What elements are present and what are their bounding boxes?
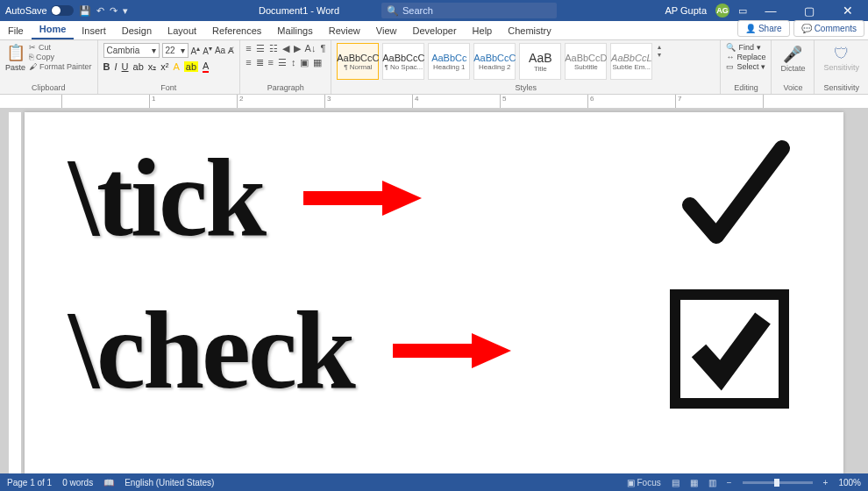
dictate-button[interactable]: 🎤Dictate bbox=[777, 43, 808, 75]
change-case-button[interactable]: Aa bbox=[215, 46, 225, 55]
search-icon: 🔍 bbox=[726, 43, 736, 52]
text-effects-button[interactable]: A bbox=[173, 61, 179, 72]
align-center-button[interactable]: ≣ bbox=[256, 57, 264, 68]
zoom-level[interactable]: 100% bbox=[838, 478, 861, 487]
style-normal[interactable]: AaBbCcC¶ Normal bbox=[337, 43, 379, 80]
align-left-button[interactable]: ≡ bbox=[245, 57, 251, 68]
sensitivity-button[interactable]: 🛡Sensitivity bbox=[820, 43, 863, 74]
share-icon: 👤 bbox=[745, 24, 756, 33]
align-right-button[interactable]: ≡ bbox=[268, 57, 274, 68]
save-icon[interactable]: 💾 bbox=[79, 5, 91, 17]
tab-mailings[interactable]: Mailings bbox=[269, 22, 320, 39]
tab-file[interactable]: File bbox=[0, 22, 32, 39]
search-box[interactable]: 🔍 Search bbox=[381, 3, 557, 18]
italic-button[interactable]: I bbox=[115, 61, 117, 72]
numbering-button[interactable]: ☰ bbox=[256, 43, 265, 54]
find-button[interactable]: 🔍Find▾ bbox=[726, 43, 765, 52]
group-sensitivity: 🛡Sensitivity Sensitivity bbox=[815, 40, 868, 94]
decrease-indent-button[interactable]: ◀ bbox=[282, 43, 289, 54]
vertical-ruler[interactable] bbox=[9, 112, 22, 473]
comments-button[interactable]: 💬Comments bbox=[793, 20, 864, 37]
shading-button[interactable]: ▣ bbox=[300, 57, 309, 68]
styles-more-button[interactable]: ▴▾ bbox=[656, 43, 663, 59]
borders-button[interactable]: ▦ bbox=[313, 57, 322, 68]
tab-review[interactable]: Review bbox=[321, 22, 368, 39]
group-paragraph: ≡ ☰ ☷ ◀ ▶ A↓ ¶ ≡ ≣ ≡ ☰ ↕ ▣ ▦ bbox=[240, 40, 331, 94]
demo-text-tick: \tick bbox=[68, 143, 264, 253]
style-heading1[interactable]: AaBbCcHeading 1 bbox=[428, 43, 470, 80]
tab-home[interactable]: Home bbox=[32, 20, 75, 39]
qat-customize-icon[interactable]: ▾ bbox=[123, 5, 128, 17]
style-heading2[interactable]: AaBbCcCHeading 2 bbox=[473, 43, 516, 80]
tab-design[interactable]: Design bbox=[114, 22, 160, 39]
show-marks-button[interactable]: ¶ bbox=[320, 43, 325, 54]
tab-developer[interactable]: Developer bbox=[404, 22, 464, 39]
maximize-button[interactable]: ▢ bbox=[794, 4, 824, 18]
line-spacing-button[interactable]: ↕ bbox=[291, 57, 296, 68]
replace-button[interactable]: ↔Replace bbox=[726, 53, 765, 61]
justify-button[interactable]: ☰ bbox=[278, 57, 287, 68]
undo-icon[interactable]: ↶ bbox=[96, 5, 104, 17]
style-nospacing[interactable]: AaBbCcC¶ No Spac... bbox=[382, 43, 424, 80]
toggle-off-icon bbox=[51, 5, 74, 16]
format-painter-button[interactable]: 🖌Format Painter bbox=[29, 62, 92, 71]
web-layout-button[interactable]: ▥ bbox=[708, 478, 716, 487]
horizontal-ruler[interactable]: 1 2 3 4 5 6 7 bbox=[0, 95, 868, 109]
ribbon-display-icon[interactable]: ▭ bbox=[738, 5, 747, 17]
sort-button[interactable]: A↓ bbox=[305, 43, 317, 54]
close-button[interactable]: ✕ bbox=[833, 4, 863, 18]
autosave-toggle[interactable]: AutoSave bbox=[5, 5, 74, 16]
redo-icon[interactable]: ↷ bbox=[110, 5, 117, 17]
subscript-button[interactable]: x₂ bbox=[148, 61, 157, 73]
font-size-selector[interactable]: 22▾ bbox=[162, 43, 189, 58]
avatar[interactable]: AG bbox=[715, 4, 729, 18]
language-indicator[interactable]: English (United States) bbox=[125, 478, 214, 487]
select-button[interactable]: ▭Select▾ bbox=[726, 62, 765, 71]
focus-mode-button[interactable]: ▣ Focus bbox=[627, 478, 661, 487]
spellcheck-icon[interactable]: 📖 bbox=[103, 478, 114, 487]
search-icon: 🔍 bbox=[387, 5, 399, 17]
shrink-font-button[interactable]: A▾ bbox=[203, 44, 212, 56]
svg-marker-1 bbox=[382, 181, 422, 216]
page-indicator[interactable]: Page 1 of 1 bbox=[7, 478, 52, 487]
style-subtle-em[interactable]: AaBbCcLSubtle Em... bbox=[610, 43, 652, 80]
superscript-button[interactable]: x² bbox=[160, 61, 168, 72]
font-color-button[interactable]: A bbox=[203, 60, 209, 73]
grow-font-button[interactable]: A▴ bbox=[191, 44, 201, 56]
strike-button[interactable]: ab bbox=[133, 61, 144, 72]
user-name[interactable]: AP Gupta bbox=[665, 5, 708, 16]
paste-button[interactable]: 📋 Paste bbox=[5, 43, 25, 72]
underline-button[interactable]: U bbox=[122, 61, 129, 72]
document-page[interactable]: \tick \check bbox=[25, 112, 843, 473]
minimize-button[interactable]: — bbox=[756, 4, 786, 18]
read-mode-button[interactable]: ▤ bbox=[672, 478, 679, 487]
cut-button[interactable]: ✂Cut bbox=[29, 43, 92, 52]
paste-icon: 📋 bbox=[6, 43, 25, 62]
share-button[interactable]: 👤Share bbox=[737, 20, 790, 37]
tab-insert[interactable]: Insert bbox=[74, 22, 114, 39]
result-checkbox-icon bbox=[668, 288, 791, 414]
zoom-out-button[interactable]: − bbox=[727, 478, 732, 487]
font-name-selector[interactable]: Cambria▾ bbox=[103, 43, 160, 58]
zoom-in-button[interactable]: + bbox=[823, 478, 829, 487]
shield-icon: 🛡 bbox=[834, 45, 850, 63]
print-layout-button[interactable]: ▦ bbox=[690, 478, 698, 487]
increase-indent-button[interactable]: ▶ bbox=[294, 43, 301, 54]
tab-references[interactable]: References bbox=[204, 22, 269, 39]
tab-layout[interactable]: Layout bbox=[160, 22, 204, 39]
highlight-button[interactable]: ab bbox=[184, 61, 198, 72]
copy-button[interactable]: ⎘Copy bbox=[29, 53, 92, 61]
bold-button[interactable]: B bbox=[103, 61, 110, 72]
tab-view[interactable]: View bbox=[368, 22, 405, 39]
zoom-slider[interactable] bbox=[743, 481, 813, 484]
word-count[interactable]: 0 words bbox=[62, 478, 93, 487]
bullets-button[interactable]: ≡ bbox=[245, 43, 251, 54]
group-voice: 🎤Dictate Voice bbox=[772, 40, 815, 94]
tab-help[interactable]: Help bbox=[465, 22, 501, 39]
arrow-icon bbox=[299, 176, 422, 220]
clear-format-button[interactable]: A̸ bbox=[228, 46, 234, 55]
style-title[interactable]: AaBTitle bbox=[519, 43, 561, 80]
style-subtitle[interactable]: AaBbCcDSubtitle bbox=[565, 43, 607, 80]
tab-chemistry[interactable]: Chemistry bbox=[500, 22, 559, 39]
multilevel-button[interactable]: ☷ bbox=[269, 43, 278, 54]
